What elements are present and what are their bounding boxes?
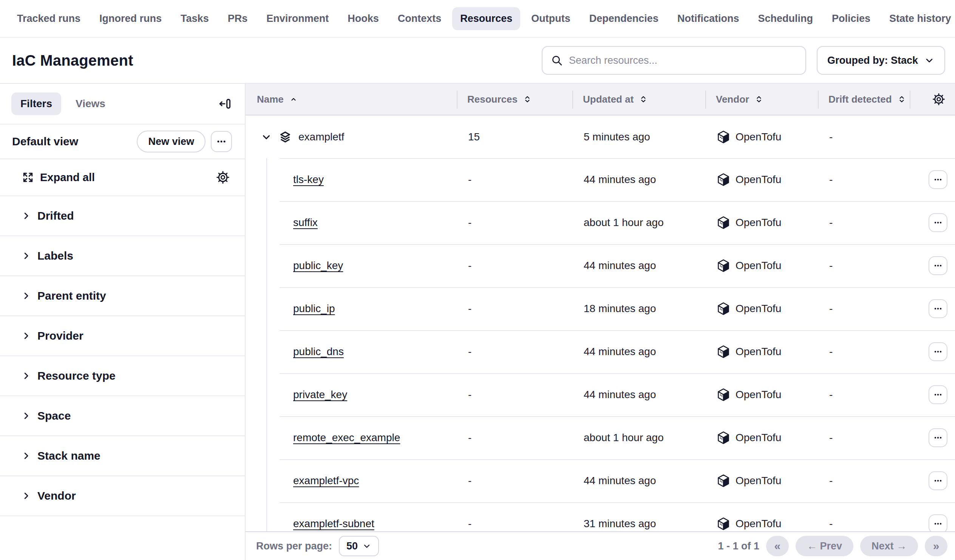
resource-link[interactable]: public_ip [293,303,335,315]
table-row: public_key - 44 minutes ago OpenTofu - [246,244,955,287]
tab-notifications[interactable]: Notifications [669,7,747,30]
next-page-button[interactable]: Next → [860,536,918,556]
tab-state-history[interactable]: State history [881,7,955,30]
current-view-name: Default view [12,135,78,148]
chevron-right-icon [21,211,31,221]
filter-section-stack-name[interactable]: Stack name [0,436,245,476]
sort-asc-icon [289,95,298,104]
filter-section-resource-type[interactable]: Resource type [0,356,245,396]
opentofu-icon [717,130,730,144]
prev-page-button[interactable]: ← Prev [795,536,853,556]
new-view-button[interactable]: New view [137,131,205,153]
gear-icon [216,170,230,184]
row-actions-button[interactable] [928,342,947,361]
filters-settings-button[interactable] [216,170,230,184]
resource-link[interactable]: remote_exec_example [293,432,400,444]
chevron-down-icon [924,55,935,66]
resource-link[interactable]: exampletf-subnet [293,518,374,530]
tab-policies[interactable]: Policies [824,7,878,30]
column-header-updated-at[interactable]: Updated at [572,84,705,115]
filter-section-label: Resource type [38,370,116,382]
row-actions-button[interactable] [928,299,947,318]
ellipsis-icon [933,304,943,314]
filter-section-label: Drifted [38,209,74,222]
table-row: exampletf-vpc - 44 minutes ago OpenTofu … [246,459,955,502]
sort-icon [897,95,906,104]
opentofu-icon [717,431,730,445]
filters-sidebar: Filters Views Default view New view Expa… [0,84,246,560]
tab-dependencies[interactable]: Dependencies [581,7,666,30]
vendor-name: OpenTofu [736,518,781,530]
vendor-name: OpenTofu [736,217,781,229]
resource-link[interactable]: public_dns [293,346,344,358]
row-actions-button[interactable] [928,514,947,531]
tab-ignored-runs[interactable]: Ignored runs [91,7,170,30]
vendor-name: OpenTofu [736,303,781,315]
ellipsis-icon [933,476,943,486]
sidebar-tab-filters[interactable]: Filters [11,92,61,115]
opentofu-icon [717,388,730,401]
resource-link[interactable]: exampletf-vpc [293,475,359,487]
row-actions-button[interactable] [928,428,947,447]
filter-section-provider[interactable]: Provider [0,316,245,356]
tab-contexts[interactable]: Contexts [390,7,449,30]
table-row: public_ip - 18 minutes ago OpenTofu - [246,287,955,330]
rows-per-page-select[interactable]: 50 [339,536,379,556]
filter-section-label: Vendor [38,490,76,502]
table-settings-button[interactable] [932,93,945,106]
resource-link[interactable]: private_key [293,389,347,401]
ellipsis-icon [933,433,943,443]
table-row: private_key - 44 minutes ago OpenTofu - [246,373,955,416]
view-options-button[interactable] [211,131,232,152]
resources-count: - [457,475,572,487]
row-actions-button[interactable] [928,256,947,275]
resources-count: - [457,346,572,358]
chevron-down-icon [362,541,371,551]
tab-resources[interactable]: Resources [452,7,520,30]
column-header-resources[interactable]: Resources [457,84,572,115]
collapse-sidebar-button[interactable] [218,97,231,110]
updated-at: 18 minutes ago [572,303,705,315]
tab-outputs[interactable]: Outputs [523,7,578,30]
grouped-by-button[interactable]: Grouped by: Stack [817,46,945,75]
last-page-button[interactable]: » [925,536,947,556]
column-header-vendor[interactable]: Vendor [705,84,818,115]
updated-at: 44 minutes ago [572,475,705,487]
column-header-drift-detected[interactable]: Drift detected [818,84,910,115]
pagination-range: 1 - 1 of 1 [718,540,759,552]
resource-link[interactable]: public_key [293,260,343,272]
collapse-group-button[interactable] [261,131,272,143]
table-footer: Rows per page: 50 1 - 1 of 1 « ← Prev Ne… [246,531,955,560]
updated-at: 44 minutes ago [572,260,705,272]
tab-environment[interactable]: Environment [258,7,337,30]
tab-prs[interactable]: PRs [220,7,256,30]
vendor-name: OpenTofu [736,432,781,444]
filter-section-parent-entity[interactable]: Parent entity [0,276,245,316]
row-actions-button[interactable] [928,170,947,189]
filter-section-space[interactable]: Space [0,396,245,436]
resource-link[interactable]: suffix [293,217,318,229]
stack-name[interactable]: exampletf [299,131,344,143]
row-actions-button[interactable] [928,385,947,404]
column-header-name[interactable]: Name [246,84,457,115]
filter-section-vendor[interactable]: Vendor [0,476,245,516]
filter-section-label: Labels [38,250,73,262]
tab-tasks[interactable]: Tasks [173,7,217,30]
tab-hooks[interactable]: Hooks [340,7,387,30]
sidebar-tab-views[interactable]: Views [66,92,114,115]
vendor-name: OpenTofu [736,475,781,487]
resource-link[interactable]: tls-key [293,173,324,186]
filter-section-drifted[interactable]: Drifted [0,196,245,236]
tab-tracked-runs[interactable]: Tracked runs [9,7,88,30]
chevron-right-icon [21,491,31,501]
search-input[interactable] [569,55,797,66]
filter-section-labels[interactable]: Labels [0,236,245,276]
row-actions-button[interactable] [928,213,947,232]
tab-scheduling[interactable]: Scheduling [750,7,821,30]
row-actions-button[interactable] [928,471,947,490]
chevron-right-icon [21,451,31,461]
drift-value: - [818,260,910,272]
expand-all-button[interactable]: Expand all [22,171,95,184]
vendor-name: OpenTofu [736,346,781,358]
first-page-button[interactable]: « [766,536,789,556]
